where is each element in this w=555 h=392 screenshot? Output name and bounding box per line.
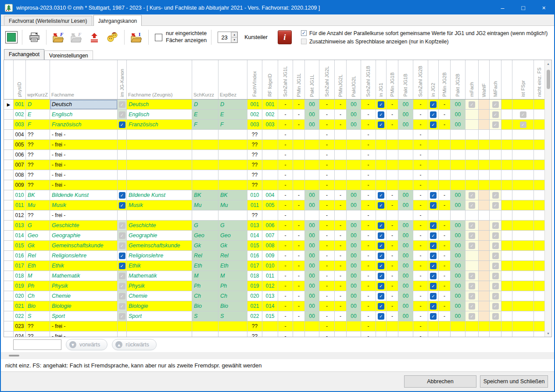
cell-rowsel[interactable] bbox=[4, 140, 14, 150]
cell-wahlf[interactable] bbox=[479, 331, 490, 337]
cell-pakt_jg1l[interactable]: 00 bbox=[305, 100, 319, 110]
cell-in_jg2[interactable]: ✓ bbox=[428, 281, 439, 291]
cell-schzahl_jg2b[interactable]: - bbox=[413, 170, 428, 180]
cell-wprkurzz[interactable]: BK bbox=[26, 190, 50, 200]
cell-spacer[interactable] bbox=[501, 321, 512, 331]
cell-wahlf[interactable] bbox=[479, 150, 490, 160]
cell-spacer[interactable] bbox=[501, 210, 512, 221]
cell-schzahl_jg2l[interactable]: - bbox=[319, 200, 335, 210]
cell-schzahl_jg1b[interactable]: - bbox=[361, 321, 376, 331]
cell-wprkurzz[interactable]: ?? bbox=[26, 321, 50, 331]
cell-nicht_einz_fs[interactable] bbox=[534, 140, 545, 150]
cell-pakt_jg1l[interactable]: 00 bbox=[305, 291, 319, 301]
cell-rfid[interactable]: 001 bbox=[262, 100, 278, 110]
cell-mfach[interactable] bbox=[465, 331, 479, 337]
checkbox-checked[interactable]: ✓ bbox=[430, 242, 437, 249]
checkbox-checked[interactable]: ✓ bbox=[378, 232, 384, 239]
minimize-button[interactable]: – bbox=[492, 1, 513, 14]
cell-pakt_jg1b[interactable]: 00 bbox=[398, 221, 413, 231]
cell-schzahl_jg1b[interactable]: - bbox=[361, 271, 376, 281]
cell-pakt_jg2b[interactable] bbox=[451, 160, 465, 170]
cell-pakt_jg1b[interactable]: 00 bbox=[398, 231, 413, 241]
cell-pmin_jg1b[interactable]: - bbox=[387, 311, 398, 321]
checkbox-checked[interactable]: ✓ bbox=[430, 313, 437, 320]
cell-fachname[interactable]: Gemeinschaftskunde bbox=[50, 241, 118, 251]
cell-schzahl_jg1l[interactable]: - bbox=[278, 180, 293, 190]
cell-pakt_jg1b[interactable] bbox=[398, 210, 413, 221]
cell-schzahl_jg2b[interactable]: - bbox=[413, 130, 428, 140]
cell-mifach[interactable] bbox=[490, 160, 501, 170]
cell-schkurzz[interactable]: Rel bbox=[192, 251, 218, 261]
cell-schzahl_jg1b[interactable]: - bbox=[361, 261, 376, 271]
cell-wprkurzz[interactable]: D bbox=[26, 100, 50, 110]
cell-fachname[interactable]: Physik bbox=[50, 281, 118, 291]
cell-schzahl_jg1b[interactable]: - bbox=[361, 170, 376, 180]
cell-pakt_jg2b[interactable]: 00 bbox=[451, 231, 465, 241]
cell-pakt_jg2b[interactable]: 00 bbox=[451, 241, 465, 251]
cell-schzahl_jg1l[interactable]: - bbox=[278, 120, 293, 130]
cell-ist_fspr[interactable] bbox=[512, 331, 534, 337]
cell-fvindex[interactable]: ?? bbox=[247, 140, 262, 150]
cell-spacer[interactable] bbox=[501, 331, 512, 337]
cell-spacer[interactable] bbox=[501, 130, 512, 140]
cell-rowsel[interactable] bbox=[4, 190, 14, 200]
cell-kanon[interactable]: ✓ bbox=[118, 281, 127, 291]
cell-pakt_jg1l[interactable]: 00 bbox=[305, 110, 319, 120]
cell-pakt_jg1b[interactable] bbox=[398, 150, 413, 160]
cell-pmin_jg1l[interactable]: - bbox=[293, 190, 305, 200]
cell-schkurzz[interactable] bbox=[192, 331, 218, 337]
cell-kanon[interactable]: ✓ bbox=[118, 221, 127, 231]
cell-kanon[interactable] bbox=[118, 170, 127, 180]
forward-button[interactable]: ▼ vorwärts bbox=[66, 339, 107, 350]
cell-physid[interactable]: 022 bbox=[14, 311, 26, 321]
cell-schkurzz[interactable]: Geo bbox=[192, 231, 218, 241]
cell-schzahl_jg1b[interactable]: - bbox=[361, 130, 376, 140]
cell-in_jg1[interactable] bbox=[376, 130, 387, 140]
cell-wahlf[interactable] bbox=[479, 251, 490, 261]
cell-pmin_jg1b[interactable]: - bbox=[387, 241, 398, 251]
cell-schkurzz[interactable]: Ch bbox=[192, 291, 218, 301]
cell-pmin_jg1b[interactable]: - bbox=[387, 231, 398, 241]
cell-schzahl_jg2l[interactable]: - bbox=[319, 130, 335, 140]
cell-pakt_jg1l[interactable]: 00 bbox=[305, 271, 319, 281]
cell-nicht_einz_fs[interactable] bbox=[534, 331, 545, 337]
cell-in_jg2[interactable]: ✓ bbox=[428, 110, 439, 120]
cell-schzahl_jg1b[interactable]: - bbox=[361, 160, 376, 170]
cell-fachname[interactable]: Englisch bbox=[50, 110, 118, 120]
cell-schkurzz[interactable] bbox=[192, 321, 218, 331]
cell-expbez[interactable]: E bbox=[218, 110, 247, 120]
cell-pmin_jg2l[interactable]: - bbox=[335, 241, 347, 251]
cell-zeugnis[interactable]: Biologie bbox=[127, 301, 192, 311]
cell-mfach[interactable] bbox=[465, 321, 479, 331]
cell-fvindex[interactable]: ?? bbox=[247, 321, 262, 331]
cell-pmin_jg1b[interactable]: - bbox=[387, 110, 398, 120]
cell-schzahl_jg1l[interactable]: - bbox=[278, 190, 293, 200]
cell-pmin_jg1l[interactable]: - bbox=[293, 221, 305, 231]
backward-button[interactable]: ▲ rückwärts bbox=[112, 339, 156, 350]
cell-wahlf[interactable] bbox=[479, 261, 490, 271]
cell-schzahl_jg2b[interactable]: - bbox=[413, 231, 428, 241]
checkbox-checked[interactable]: ✓ bbox=[378, 293, 384, 299]
cell-pmin_jg1l[interactable] bbox=[293, 150, 305, 160]
cell-mifach[interactable] bbox=[490, 170, 501, 180]
cell-pakt_jg1l[interactable] bbox=[305, 331, 319, 337]
cell-pmin_jg1b[interactable] bbox=[387, 160, 398, 170]
cell-fvindex[interactable]: 011 bbox=[247, 200, 262, 210]
cell-expbez[interactable]: F bbox=[218, 120, 247, 130]
cell-rowsel[interactable] bbox=[4, 180, 14, 190]
cell-mfach[interactable]: ✓ bbox=[465, 311, 479, 321]
cell-kanon[interactable]: ✓ bbox=[118, 261, 127, 271]
cell-schzahl_jg1l[interactable]: - bbox=[278, 210, 293, 221]
cell-schzahl_jg2b[interactable]: - bbox=[413, 241, 428, 251]
cell-schkurzz[interactable] bbox=[192, 130, 218, 140]
cell-schzahl_jg2l[interactable]: - bbox=[319, 241, 335, 251]
cell-pmin_jg2b[interactable]: - bbox=[439, 110, 451, 120]
cell-in_jg1[interactable] bbox=[376, 331, 387, 337]
cell-expbez[interactable]: Ph bbox=[218, 281, 247, 291]
cell-pmin_jg1l[interactable]: - bbox=[293, 291, 305, 301]
cell-wahlf[interactable] bbox=[479, 190, 490, 200]
cell-wprkurzz[interactable]: ?? bbox=[26, 160, 50, 170]
cell-spacer[interactable] bbox=[501, 251, 512, 261]
cell-pakt_jg2b[interactable] bbox=[451, 210, 465, 221]
cell-in_jg1[interactable]: ✓ bbox=[376, 301, 387, 311]
